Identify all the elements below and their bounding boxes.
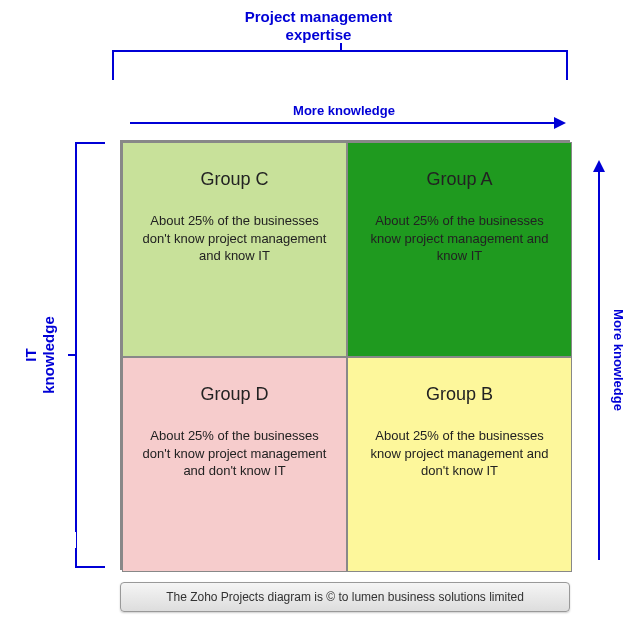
top-axis-title: Project management expertise xyxy=(245,8,393,44)
cell-title: Group A xyxy=(360,169,559,190)
cell-group-a: Group A About 25% of the businesses know… xyxy=(347,142,572,357)
top-arrow-head-icon xyxy=(554,117,566,129)
top-bracket xyxy=(112,50,568,80)
left-bracket xyxy=(75,142,105,568)
cell-desc: About 25% of the businesses know project… xyxy=(360,427,559,480)
blank-artifact xyxy=(24,532,76,548)
cell-group-d: Group D About 25% of the businesses don'… xyxy=(122,357,347,572)
cell-desc: About 25% of the businesses know project… xyxy=(360,212,559,265)
caption: The Zoho Projects diagram is © to lumen … xyxy=(120,582,570,612)
cell-title: Group C xyxy=(135,169,334,190)
right-arrow-line xyxy=(598,170,600,560)
right-arrow-head-icon xyxy=(593,160,605,172)
right-arrow-label: More knowledge xyxy=(611,309,626,411)
cell-title: Group B xyxy=(360,384,559,405)
cell-title: Group D xyxy=(135,384,334,405)
matrix: Group C About 25% of the businesses don'… xyxy=(120,140,570,570)
cell-desc: About 25% of the businesses don't know p… xyxy=(135,212,334,265)
cell-group-b: Group B About 25% of the businesses know… xyxy=(347,357,572,572)
cell-group-c: Group C About 25% of the businesses don'… xyxy=(122,142,347,357)
cell-desc: About 25% of the businesses don't know p… xyxy=(135,427,334,480)
top-arrow-label: More knowledge xyxy=(130,103,558,118)
left-axis-title: IT knowledge xyxy=(22,316,58,394)
top-arrow-line xyxy=(130,122,558,124)
